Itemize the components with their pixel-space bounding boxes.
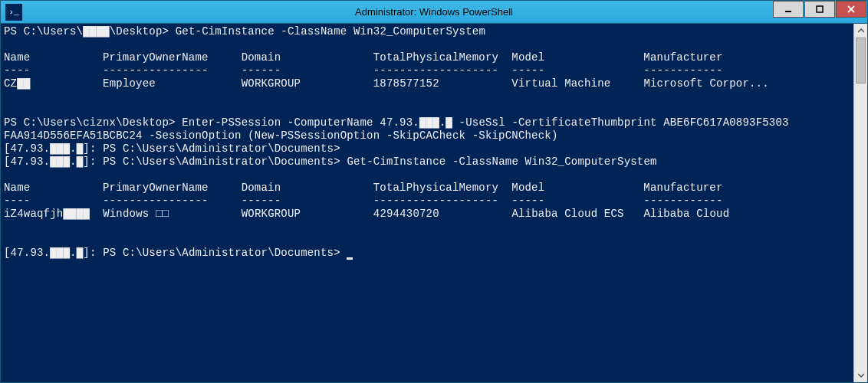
table-header: Name PrimaryOwnerName Domain TotalPhysic… <box>4 51 723 64</box>
chevron-down-icon <box>858 373 864 378</box>
powershell-icon: ›_ <box>5 4 22 21</box>
cursor-icon <box>347 249 353 260</box>
table-row: CZ▇▇ Employee WORKGROUP 1878577152 Virtu… <box>4 77 769 90</box>
powershell-window: ›_ Administrator: Windows PowerShell PS … <box>0 0 868 383</box>
table-separator: ---- ---------------- ------ -----------… <box>4 195 723 207</box>
terminal-output[interactable]: PS C:\Users\▇▇▇▇\Desktop> Get-CimInstanc… <box>1 24 853 382</box>
table-header: Name PrimaryOwnerName Domain TotalPhysic… <box>4 182 723 194</box>
vertical-scrollbar[interactable] <box>853 24 867 382</box>
maximize-button[interactable] <box>804 1 835 18</box>
close-icon <box>847 5 855 13</box>
scroll-up-button[interactable] <box>854 24 867 38</box>
maximize-icon <box>816 5 824 13</box>
ps-line: [47.93.▇▇▇.▇]: PS C:\Users\Administrator… <box>4 155 657 168</box>
scroll-down-button[interactable] <box>854 368 867 382</box>
window-controls <box>773 1 867 23</box>
titlebar[interactable]: ›_ Administrator: Windows PowerShell <box>1 1 867 24</box>
scroll-thumb[interactable] <box>856 38 866 83</box>
ps-line: PS C:\Users\▇▇▇▇\Desktop> Get-CimInstanc… <box>4 25 485 38</box>
table-row: iZ4waqfjh▇▇▇▇ Windows □□ WORKGROUP 42944… <box>4 208 729 220</box>
ps-line: PS C:\Users\ciznx\Desktop> Enter-PSSessi… <box>4 116 789 129</box>
window-title: Administrator: Windows PowerShell <box>355 6 513 18</box>
minimize-icon <box>784 5 792 13</box>
chevron-up-icon <box>858 28 864 33</box>
scroll-track[interactable] <box>854 38 867 368</box>
ps-line: FAA914D556EFA51BCBC24 -SessionOption (Ne… <box>4 129 558 142</box>
ps-prompt-active: [47.93.▇▇▇.▇]: PS C:\Users\Administrator… <box>4 247 347 259</box>
minimize-button[interactable] <box>773 1 804 18</box>
close-button[interactable] <box>836 1 866 18</box>
table-separator: ---- ---------------- ------ -----------… <box>4 64 723 77</box>
svg-rect-1 <box>817 6 823 12</box>
content-area: PS C:\Users\▇▇▇▇\Desktop> Get-CimInstanc… <box>1 24 867 382</box>
ps-prompt: [47.93.▇▇▇.▇]: PS C:\Users\Administrator… <box>4 142 340 155</box>
